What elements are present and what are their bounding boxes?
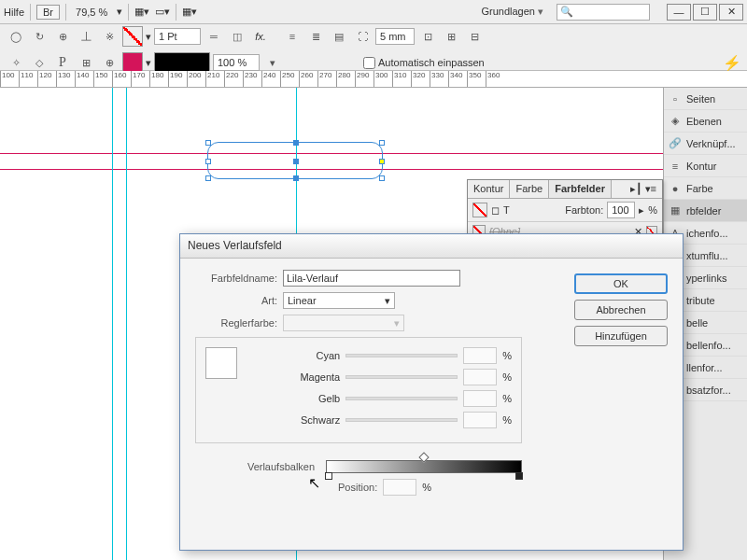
gradient-stop-start[interactable] [325, 472, 332, 480]
gradient-swatch[interactable] [154, 52, 210, 73]
tool-icon[interactable]: ◇ [29, 52, 49, 73]
inset-field[interactable]: 5 mm [375, 28, 415, 45]
cancel-button[interactable]: Abbrechen [574, 300, 668, 320]
panel-icon: 🔗 [669, 137, 682, 150]
panel-menu-icon[interactable]: ▸┃ ▾≡ [625, 180, 662, 198]
stopcolor-dropdown: ▾ [283, 315, 404, 331]
ramp-label: Verlaufsbalken [247, 461, 315, 472]
workspace-switcher[interactable]: Grundlagen ▾ [481, 6, 543, 18]
new-gradient-dialog: Neues Verlaufsfeld Farbfeldname: Art: Li… [179, 233, 684, 551]
selected-frame[interactable] [207, 142, 383, 179]
tool-icon[interactable]: ◯ [6, 26, 26, 47]
fill-swatch[interactable] [122, 26, 143, 47]
effects-icon[interactable]: fx. [250, 26, 271, 47]
panel-icon: ▦ [669, 204, 682, 217]
search-input[interactable]: 🔍 [557, 4, 650, 21]
arrange-icon[interactable]: ▦▾ [182, 6, 197, 18]
panel-tab[interactable]: ●Farbe [664, 177, 747, 200]
corner-options-icon[interactable]: ◫ [227, 26, 247, 47]
textwrap-icon[interactable]: ▤ [329, 26, 349, 47]
gradient-stop-end[interactable] [515, 472, 523, 480]
dropdown-icon[interactable]: ▾ [117, 6, 122, 18]
fit-icon[interactable]: ⊞ [441, 26, 461, 47]
align-icon[interactable]: ≡ [282, 26, 303, 47]
color-slider [345, 418, 458, 422]
help-menu[interactable]: Hilfe [4, 7, 24, 18]
tool-icon[interactable]: ✧ [6, 52, 26, 73]
screen-mode-icon[interactable]: ▭▾ [155, 6, 170, 18]
type-tool-icon[interactable]: P [52, 52, 73, 73]
type-label: Art: [195, 295, 277, 306]
view-options-icon[interactable]: ▦▾ [134, 6, 149, 18]
stopcolor-label: Reglerfarbe: [195, 317, 277, 329]
stroke-weight-field[interactable]: 1 Pt [154, 28, 201, 45]
panel-tab[interactable]: ▦rbfelder [664, 200, 747, 222]
ok-button[interactable]: OK [574, 273, 668, 294]
panel-tab[interactable]: ◈Ebenen [664, 110, 747, 133]
type-dropdown[interactable]: Linear▾ [283, 292, 395, 309]
panel-tab[interactable]: 🔗Verknüpf... [664, 133, 747, 155]
dialog-title: Neues Verlaufsfeld [180, 234, 683, 259]
midpoint-diamond[interactable] [418, 452, 429, 462]
frame-fit-icon[interactable]: ⛶ [352, 26, 373, 47]
align-icon[interactable]: ≣ [305, 26, 326, 47]
panel-icon: ▫ [669, 92, 682, 105]
position-label: Position: [338, 482, 377, 493]
panel-tab[interactable]: ▫Seiten [664, 88, 747, 110]
horizontal-ruler: 1001101201301401501601701801902002102202… [0, 71, 747, 88]
tool-icon[interactable]: 丄 [76, 26, 96, 47]
swatchname-label: Farbfeldname: [195, 273, 277, 284]
close-button[interactable]: ✕ [719, 4, 743, 21]
panel-tab[interactable]: ≡Kontur [664, 155, 747, 177]
menu-bar: Hilfe Br 79,5 %▾ ▦▾ ▭▾ ▦▾ Grundlagen ▾ 🔍… [0, 0, 747, 24]
fit-icon[interactable]: ⊡ [417, 26, 438, 47]
stroke-style-icon[interactable]: ═ [204, 26, 224, 47]
position-field[interactable] [383, 479, 416, 496]
color-value [463, 369, 497, 385]
tool-icon[interactable]: ⊞ [76, 52, 96, 73]
bridge-button[interactable]: Br [36, 5, 60, 20]
fill-proxy[interactable] [472, 203, 487, 217]
color-preview [205, 347, 237, 379]
tint-field[interactable]: 100 [607, 202, 635, 218]
container-icon[interactable]: ◻ [491, 204, 500, 217]
color-slider [345, 375, 458, 379]
color-value [463, 347, 497, 364]
color-sliders: Cyan%Magenta%Gelb%Schwarz% [195, 337, 522, 443]
swatchname-input[interactable] [283, 270, 460, 287]
control-panel: ◯ ↻ ⊕ 丄 ※ ▾ 1 Pt ═ ◫ fx. ≡ ≣ ▤ ⛶ 5 mm ⊡ … [0, 24, 747, 71]
opacity-field[interactable]: 100 % [213, 54, 260, 71]
panel-icon: ● [669, 182, 682, 195]
dropdown-icon[interactable]: ▾ [146, 57, 151, 69]
panel-icon: ◈ [669, 115, 682, 128]
tab-stroke[interactable]: Kontur [468, 180, 510, 198]
color-slider [345, 397, 458, 400]
color-value [463, 390, 497, 407]
search-icon: 🔍 [560, 6, 573, 18]
add-button[interactable]: Hinzufügen [574, 326, 668, 346]
color-value [463, 412, 497, 428]
minimize-button[interactable]: — [667, 4, 691, 21]
color-slider [345, 354, 458, 357]
text-icon[interactable]: T [503, 204, 510, 216]
autofit-label: Automatisch einpassen [378, 57, 485, 68]
stroke-swatch[interactable] [122, 52, 143, 73]
fit-icon[interactable]: ⊟ [464, 26, 485, 47]
maximize-button[interactable]: ☐ [693, 4, 717, 21]
zoom-level[interactable]: 79,5 % [72, 5, 111, 20]
tool-icon[interactable]: ⊕ [99, 52, 120, 73]
tool-icon[interactable]: ⊕ [52, 26, 73, 47]
swatches-panel[interactable]: Kontur Farbe Farbfelder ▸┃ ▾≡ ◻ T Farbto… [467, 179, 663, 242]
panel-icon: ≡ [669, 160, 682, 173]
dropdown-icon[interactable]: ▾ [146, 31, 151, 43]
autofit-checkbox[interactable] [363, 57, 375, 69]
tab-color[interactable]: Farbe [510, 180, 549, 198]
quick-apply-icon[interactable]: ⚡ [723, 54, 741, 72]
panel-tabs: Kontur Farbe Farbfelder ▸┃ ▾≡ [468, 180, 662, 199]
tint-label: Farbton: [565, 204, 603, 216]
tool-icon[interactable]: ※ [99, 26, 120, 47]
gradient-ramp[interactable] [326, 460, 522, 473]
dropdown-icon[interactable]: ▾ [262, 52, 283, 73]
tab-swatches[interactable]: Farbfelder [549, 180, 612, 198]
tool-icon[interactable]: ↻ [29, 26, 49, 47]
